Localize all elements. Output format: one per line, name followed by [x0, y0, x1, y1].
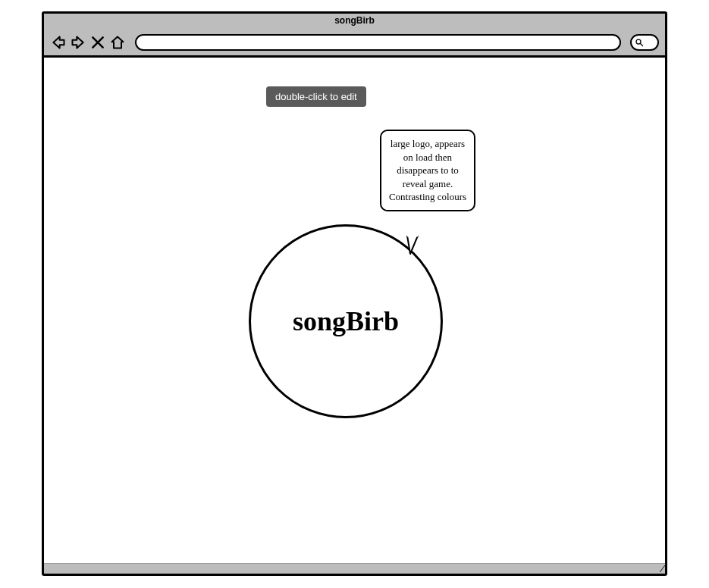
- tooltip-text: double-click to edit: [275, 91, 357, 102]
- edit-tooltip: double-click to edit: [266, 86, 366, 107]
- browser-statusbar: ⁄⁄: [44, 563, 665, 574]
- back-icon[interactable]: [50, 34, 67, 51]
- annotation-text: large logo, appears on load then disappe…: [389, 138, 466, 202]
- logo-text: songBirb: [293, 305, 399, 337]
- annotation-bubble: large logo, appears on load then disappe…: [380, 130, 475, 211]
- home-icon[interactable]: [109, 34, 126, 51]
- stop-icon[interactable]: [89, 34, 106, 51]
- browser-content: double-click to edit songBirb large logo…: [44, 58, 665, 563]
- search-button[interactable]: [630, 34, 659, 51]
- browser-titlebar: songBirb: [44, 14, 665, 29]
- search-icon: [635, 38, 644, 47]
- browser-toolbar: [44, 29, 665, 58]
- browser-window: songBirb double-click to edit songBirb l…: [42, 11, 667, 576]
- browser-title: songBirb: [334, 15, 375, 26]
- url-input[interactable]: [135, 34, 621, 51]
- forward-icon[interactable]: [70, 34, 86, 51]
